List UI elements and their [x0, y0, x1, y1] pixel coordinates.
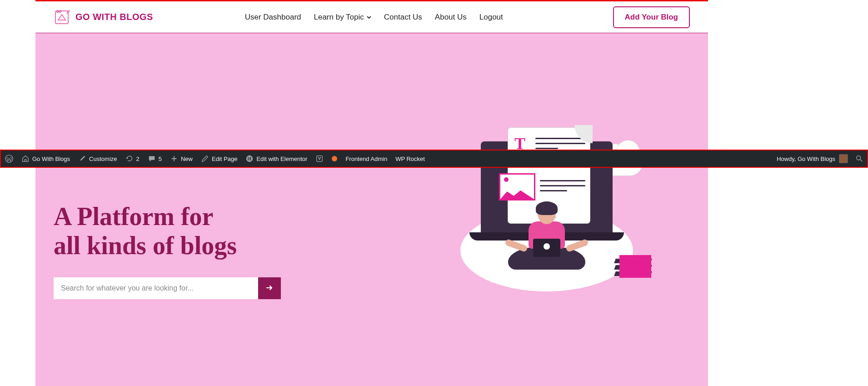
wp-new[interactable]: New [166, 150, 197, 167]
nav-logout[interactable]: Logout [479, 13, 503, 22]
hero-search [54, 277, 281, 299]
wp-admin-bar-highlight: Go With Blogs Customize 2 5 New [0, 150, 868, 168]
arrow-right-icon [265, 283, 274, 294]
wp-site-name-label: Go With Blogs [32, 155, 70, 162]
brush-icon [78, 155, 86, 163]
wp-edit-page[interactable]: Edit Page [197, 150, 241, 167]
orange-dot-icon [332, 156, 337, 161]
search-input[interactable] [54, 277, 258, 299]
svg-text:GO: GO [56, 10, 61, 13]
nav-item-label: Learn by Topic [314, 13, 364, 22]
hero-title: A Platform for all kinds of blogs [54, 202, 404, 261]
wp-howdy-label: Howdy, Go With Blogs [777, 155, 835, 162]
nav-about-us[interactable]: About Us [435, 13, 467, 22]
wordpress-icon [5, 155, 13, 163]
wp-comments[interactable]: 5 [144, 150, 166, 167]
wp-rocket-label: WP Rocket [395, 155, 425, 162]
wp-edit-page-label: Edit Page [212, 155, 237, 162]
wp-new-label: New [181, 155, 193, 162]
pencil-icon [201, 155, 209, 163]
wp-comments-count: 5 [159, 155, 162, 162]
svg-point-9 [857, 156, 861, 160]
yoast-icon [315, 155, 324, 163]
brand-logo[interactable]: GO GO WITH BLOGS [54, 8, 153, 26]
wp-edit-elementor[interactable]: Edit with Elementor [241, 150, 311, 167]
wp-site-name[interactable]: Go With Blogs [17, 150, 74, 167]
svg-rect-7 [249, 160, 251, 160]
wp-edit-elementor-label: Edit with Elementor [256, 155, 307, 162]
plus-icon [170, 155, 178, 163]
wp-rocket[interactable]: WP Rocket [391, 150, 429, 167]
home-icon [21, 155, 30, 163]
refresh-icon [125, 155, 134, 163]
hero-section: A Platform for all kinds of blogs [35, 33, 708, 386]
elementor-icon [245, 155, 254, 163]
hero-title-line2: all kinds of blogs [54, 231, 237, 260]
chevron-down-icon [367, 13, 371, 22]
hero-title-line1: A Platform for [54, 202, 213, 231]
logo-icon: GO [54, 8, 72, 26]
wp-notification-dot[interactable] [328, 150, 341, 167]
wp-logo-menu[interactable] [1, 150, 17, 167]
search-button[interactable] [258, 277, 281, 299]
add-your-blog-button[interactable]: Add Your Blog [613, 6, 690, 28]
comment-icon [148, 155, 156, 163]
wp-customize-label: Customize [89, 155, 117, 162]
svg-rect-4 [248, 157, 249, 160]
wp-howdy[interactable]: Howdy, Go With Blogs [777, 154, 852, 163]
wp-frontend-admin[interactable]: Frontend Admin [341, 150, 391, 167]
person-illustration [501, 203, 592, 285]
wp-search[interactable] [852, 150, 867, 167]
wp-updates[interactable]: 2 [121, 150, 144, 167]
wp-frontend-admin-label: Frontend Admin [345, 155, 387, 162]
avatar [839, 154, 848, 163]
search-icon [855, 155, 863, 163]
nav-user-dashboard[interactable]: User Dashboard [245, 13, 301, 22]
nav-learn-by-topic[interactable]: Learn by Topic [314, 13, 371, 22]
brand-name: GO WITH BLOGS [75, 12, 153, 22]
svg-rect-5 [249, 157, 251, 158]
wp-customize[interactable]: Customize [74, 150, 121, 167]
svg-rect-8 [317, 156, 323, 162]
nav-contact-us[interactable]: Contact Us [384, 13, 422, 22]
wp-yoast[interactable] [311, 150, 328, 167]
wp-updates-count: 2 [136, 155, 140, 162]
svg-rect-6 [249, 158, 251, 159]
site-header: GO GO WITH BLOGS User Dashboard Learn by… [35, 1, 708, 33]
wp-admin-bar: Go With Blogs Customize 2 5 New [1, 150, 867, 167]
primary-nav: User Dashboard Learn by Topic Contact Us… [245, 13, 503, 22]
